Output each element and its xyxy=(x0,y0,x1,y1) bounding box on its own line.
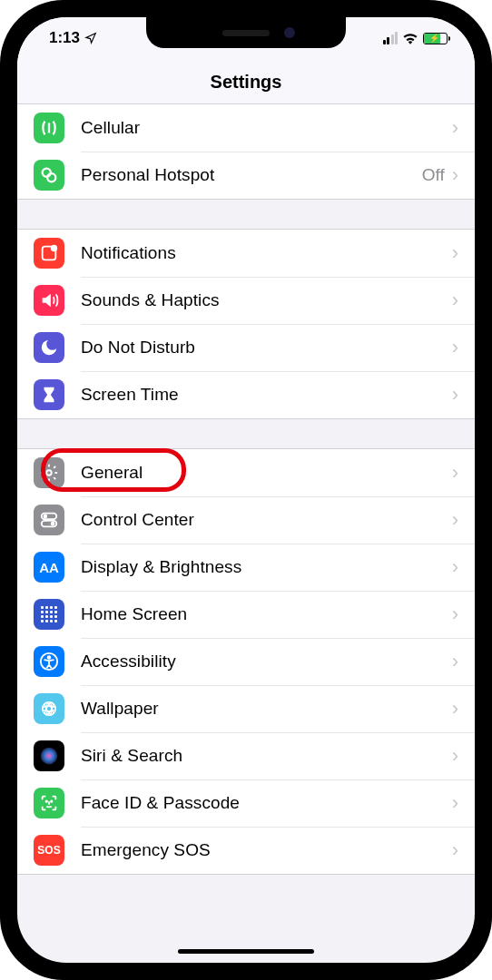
chevron-right-icon: › xyxy=(452,603,458,626)
row-label: Accessibility xyxy=(81,652,452,671)
display-icon: AA xyxy=(34,552,64,583)
row-notifications[interactable]: Notifications › xyxy=(17,230,475,277)
row-dnd[interactable]: Do Not Disturb › xyxy=(17,324,475,371)
cellular-icon xyxy=(34,113,64,143)
row-sos[interactable]: SOS Emergency SOS › xyxy=(17,827,475,874)
row-wallpaper[interactable]: Wallpaper › xyxy=(17,685,475,732)
home-indicator[interactable] xyxy=(178,949,314,954)
siri-icon xyxy=(34,740,64,771)
hotspot-icon xyxy=(34,160,64,191)
dnd-icon xyxy=(34,332,64,363)
chevron-right-icon: › xyxy=(452,336,458,359)
chevron-right-icon: › xyxy=(452,461,458,485)
row-display[interactable]: AA Display & Brightness › xyxy=(17,544,475,591)
chevron-right-icon: › xyxy=(452,744,458,768)
settings-group-device: General › Control Center › AA Display & … xyxy=(17,448,475,875)
status-time: 1:13 xyxy=(49,29,80,47)
notifications-icon xyxy=(34,238,64,269)
location-icon xyxy=(84,32,97,44)
row-label: General xyxy=(81,463,452,483)
svg-point-1 xyxy=(47,173,55,181)
row-label: Notifications xyxy=(81,243,452,263)
row-label: Display & Brightness xyxy=(81,557,452,577)
row-label: Do Not Disturb xyxy=(81,338,452,358)
chevron-right-icon: › xyxy=(452,383,458,407)
row-label: Personal Hotspot xyxy=(81,165,422,185)
sos-icon: SOS xyxy=(34,835,64,866)
svg-point-17 xyxy=(46,800,47,801)
chevron-right-icon: › xyxy=(452,555,458,579)
row-faceid[interactable]: Face ID & Passcode › xyxy=(17,779,475,827)
row-label: Emergency SOS xyxy=(81,840,452,860)
svg-point-3 xyxy=(51,245,57,251)
row-controlcenter[interactable]: Control Center › xyxy=(17,496,475,544)
screentime-icon xyxy=(34,379,64,410)
cellular-signal-icon xyxy=(383,32,399,44)
settings-group-connectivity: Cellular › Personal Hotspot Off › xyxy=(17,104,475,200)
wallpaper-icon xyxy=(34,693,64,724)
row-screentime[interactable]: Screen Time › xyxy=(17,371,475,418)
row-label: Control Center xyxy=(81,510,452,530)
wifi-icon xyxy=(402,32,418,44)
row-cellular[interactable]: Cellular › xyxy=(17,104,475,152)
notch xyxy=(146,17,346,48)
battery-icon: ⚡ xyxy=(423,33,448,44)
row-homescreen[interactable]: Home Screen › xyxy=(17,591,475,638)
homescreen-icon xyxy=(34,599,64,630)
accessibility-icon xyxy=(34,646,64,677)
svg-point-4 xyxy=(46,470,52,475)
sounds-icon xyxy=(34,285,64,316)
svg-point-18 xyxy=(51,800,52,801)
svg-point-0 xyxy=(43,169,51,177)
row-general[interactable]: General › xyxy=(17,449,475,496)
chevron-right-icon: › xyxy=(452,289,458,312)
chevron-right-icon: › xyxy=(452,838,458,862)
chevron-right-icon: › xyxy=(452,116,458,140)
row-label: Face ID & Passcode xyxy=(81,793,452,813)
page-title: Settings xyxy=(17,72,475,93)
row-label: Screen Time xyxy=(81,385,452,405)
chevron-right-icon: › xyxy=(452,791,458,815)
faceid-icon xyxy=(34,788,64,818)
chevron-right-icon: › xyxy=(452,650,458,673)
row-accessibility[interactable]: Accessibility › xyxy=(17,638,475,685)
row-label: Siri & Search xyxy=(81,746,452,766)
settings-list[interactable]: Cellular › Personal Hotspot Off › xyxy=(17,104,475,963)
chevron-right-icon: › xyxy=(452,163,458,187)
row-siri[interactable]: Siri & Search › xyxy=(17,732,475,779)
controlcenter-icon xyxy=(34,505,64,535)
row-label: Cellular xyxy=(81,118,452,138)
row-label: Sounds & Haptics xyxy=(81,290,452,310)
row-detail: Off xyxy=(422,165,445,185)
nav-header: Settings xyxy=(17,59,475,104)
settings-group-alerts: Notifications › Sounds & Haptics › Do No… xyxy=(17,229,475,419)
row-sounds[interactable]: Sounds & Haptics › xyxy=(17,277,475,324)
svg-point-8 xyxy=(51,522,55,526)
svg-point-16 xyxy=(41,748,57,764)
svg-point-10 xyxy=(48,656,51,659)
general-icon xyxy=(34,457,64,488)
chevron-right-icon: › xyxy=(452,697,458,720)
chevron-right-icon: › xyxy=(452,508,458,532)
chevron-right-icon: › xyxy=(452,241,458,265)
row-label: Wallpaper xyxy=(81,699,452,719)
row-hotspot[interactable]: Personal Hotspot Off › xyxy=(17,152,475,199)
row-label: Home Screen xyxy=(81,604,452,624)
svg-point-6 xyxy=(44,514,48,519)
svg-point-12 xyxy=(43,706,56,711)
